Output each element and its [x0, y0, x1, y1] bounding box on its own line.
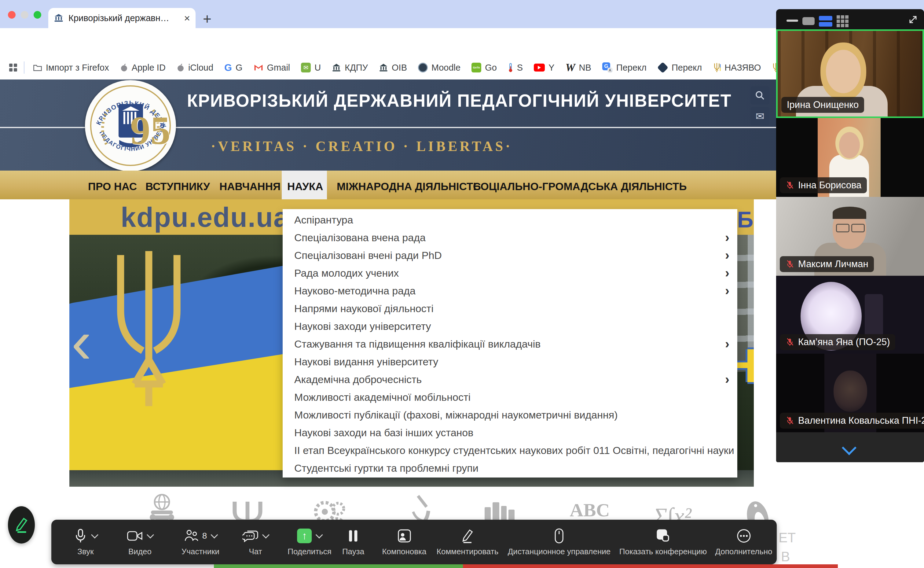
search-icon [755, 90, 765, 101]
strip-view-icon[interactable] [819, 16, 832, 27]
menu-item[interactable]: Можливості публікації (фахові, міжнародн… [283, 406, 737, 424]
chat-button[interactable]: Чат [243, 520, 268, 564]
bookmark-gotoshop[interactable]: GoTo Go [472, 63, 497, 73]
chat-menu-chevron[interactable] [262, 531, 270, 538]
audio-button[interactable]: Звук [74, 520, 98, 564]
bookmark-kdpu[interactable]: КДПУ [332, 63, 368, 73]
tab-favicon-university-icon [54, 13, 63, 23]
nav-item-social[interactable]: СОЦІАЛЬНО-ГРОМАДСЬКА ДІЯЛЬНІСТЬ [473, 180, 687, 193]
menu-item[interactable]: Рада молодих учених› [283, 264, 737, 282]
traffic-close-button[interactable] [8, 11, 16, 19]
mouse-icon [554, 528, 564, 544]
bookmark-apple-id[interactable]: Apple ID [120, 63, 166, 73]
menu-item[interactable]: Студентські гуртки та проблемні групи [283, 459, 737, 477]
minimize-view-icon[interactable] [787, 20, 798, 22]
menu-item[interactable]: Наукові видання університету [283, 353, 737, 370]
menu-item[interactable]: Спеціалізовані вчені ради PhD› [283, 246, 737, 264]
menu-item[interactable]: Науково-методична рада› [283, 282, 737, 300]
nav-item-science[interactable]: НАУКА [287, 180, 323, 193]
bookmark-import-firefox[interactable]: Імпорт з Firefox [33, 63, 109, 73]
chat-icon [243, 529, 258, 543]
pause-share-button[interactable]: Пауза [342, 520, 364, 564]
nav-item-international[interactable]: МІЖНАРОДНА ДІЯЛЬНІСТЬ [337, 180, 481, 193]
participant-tile[interactable]: Валентина Ковальська ПНІ-24 [776, 354, 924, 432]
bookmark-translate-2[interactable]: Перекл [657, 63, 702, 73]
menu-item[interactable]: Спеціалізована вчена рада› [283, 229, 737, 246]
youtube-icon [534, 63, 545, 71]
browser-tab[interactable]: Криворізький державний пе × [48, 8, 196, 28]
menu-item[interactable]: Академічна доброчесність› [283, 370, 737, 388]
submenu-arrow-icon: › [725, 370, 730, 388]
university-logo[interactable]: КРИВОРІЗЬКИЙ ДЕРЖАВНИЙ ПЕДАГОГІЧНИЙ УНІВ… [85, 80, 176, 171]
chevron-down-icon[interactable] [842, 441, 856, 455]
annotate-button[interactable]: Комментировать [437, 520, 498, 564]
gotoshop-icon: GoTo [472, 63, 481, 73]
participant-name: Кам’яна Яна (ПО-25) [780, 334, 895, 350]
bookmark-gmail[interactable]: Gmail [253, 63, 290, 73]
bookmark-icloud[interactable]: iCloud [176, 63, 213, 73]
bookmark-thermometer[interactable]: S [508, 63, 523, 73]
participant-tile[interactable]: Інна Борисова [776, 118, 924, 197]
carousel-prev-icon[interactable]: ‹ [71, 311, 92, 372]
site-mail-button[interactable]: ✉ [751, 107, 769, 125]
bookmark-youtube[interactable]: Y [534, 63, 554, 73]
zoom-view-bar [776, 9, 924, 29]
video-menu-chevron[interactable] [147, 531, 154, 538]
participants-button[interactable]: 8 Участники [181, 520, 219, 564]
share-button[interactable]: ↑ Поделиться [288, 520, 332, 564]
remote-control-button[interactable]: Дистанционное управление [508, 520, 611, 564]
more-participants-bar[interactable] [776, 432, 924, 462]
tab-close-icon[interactable]: × [184, 13, 190, 23]
menu-item[interactable]: Наукові заходи університету [283, 317, 737, 335]
participant-silhouette [826, 50, 861, 93]
speaker-view-icon[interactable] [802, 17, 815, 25]
menu-item[interactable]: ІІ етап Всеукраїнського конкурсу студент… [283, 441, 737, 459]
video-button[interactable]: Видео [127, 520, 153, 564]
site-search-button[interactable] [751, 86, 769, 104]
mic-muted-icon [785, 260, 794, 269]
more-ellipsis-icon [736, 529, 751, 543]
bookmark-oib[interactable]: OIB [379, 63, 407, 73]
menu-item[interactable]: Напрями наукової діяльності [283, 300, 737, 317]
nav-item-admission[interactable]: ВСТУПНИКУ [145, 180, 210, 193]
bookmark-u-mail[interactable]: ✉ U [301, 63, 321, 73]
gallery-view-icon[interactable] [837, 15, 849, 27]
bookmark-nb[interactable]: W NB [565, 61, 591, 74]
menu-item[interactable]: Наукові заходи на базі інших установ [283, 424, 737, 441]
bookmark-moodle[interactable]: Moodle [418, 63, 460, 73]
science-dropdown-menu: Аспірантура Спеціалізована вчена рада› С… [283, 209, 737, 477]
dark-diamond-icon [657, 62, 669, 73]
nav-item-about[interactable]: ПРО НАС [88, 180, 137, 193]
university-icon [379, 63, 388, 72]
share-menu-chevron[interactable] [316, 531, 323, 538]
participant-tile[interactable]: Кам’яна Яна (ПО-25) [776, 276, 924, 354]
bookmark-translate-1[interactable]: G A Перекл [602, 62, 647, 73]
university-icon [332, 63, 341, 72]
participant-name: Інна Борисова [780, 177, 867, 193]
traffic-minimize-button[interactable] [21, 11, 29, 19]
screen: Криворізький державний пе × + ← → ↻ ⌂ ht… [0, 0, 924, 568]
expand-icon[interactable] [907, 14, 918, 25]
more-button[interactable]: Дополнительно [715, 520, 772, 564]
bookmark-nazyavo[interactable]: НАЗЯВО [713, 63, 761, 73]
new-tab-button[interactable]: + [203, 11, 211, 27]
nav-item-education[interactable]: НАВЧАННЯ [219, 180, 280, 193]
audio-menu-chevron[interactable] [91, 531, 98, 538]
windows-icon [656, 529, 671, 543]
menu-item[interactable]: Аспірантура [283, 211, 737, 229]
layout-button[interactable]: Компоновка [382, 520, 426, 564]
traffic-zoom-button[interactable] [34, 11, 41, 19]
participants-menu-chevron[interactable] [211, 531, 218, 538]
submenu-arrow-icon: › [725, 264, 730, 282]
submenu-arrow-icon: › [725, 246, 730, 264]
participant-tile[interactable]: Максим Личман [776, 197, 924, 276]
participant-tile[interactable]: Ірина Онищенко [776, 29, 924, 118]
show-meeting-button[interactable]: Показать конференцию [620, 520, 707, 564]
bookmark-google[interactable]: G G [224, 62, 242, 73]
pencil-icon [461, 529, 474, 543]
menu-item[interactable]: Можливості академічної мобільності [283, 388, 737, 406]
menu-item[interactable]: Стажування та підвищення кваліфікації ви… [283, 335, 737, 353]
apps-grid-icon[interactable] [9, 63, 17, 71]
annotation-fab[interactable] [8, 506, 35, 544]
script-w-icon: W [565, 61, 575, 74]
